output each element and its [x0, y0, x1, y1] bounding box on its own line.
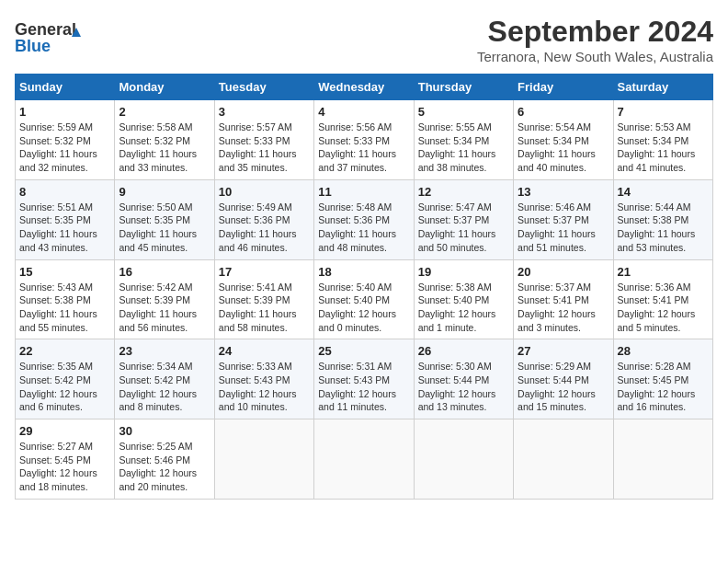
day-info: Sunrise: 5:50 AM Sunset: 5:35 PM Dayligh… — [119, 201, 210, 255]
header-monday: Monday — [115, 75, 214, 100]
day-number: 5 — [418, 105, 509, 119]
calendar-cell: 13 Sunrise: 5:46 AM Sunset: 5:37 PM Dayl… — [514, 179, 613, 259]
header-thursday: Thursday — [414, 75, 513, 100]
day-number: 30 — [119, 424, 210, 438]
calendar-cell: 30 Sunrise: 5:25 AM Sunset: 5:46 PM Dayl… — [115, 419, 214, 500]
day-number: 26 — [418, 344, 509, 358]
calendar-cell: 26 Sunrise: 5:30 AM Sunset: 5:44 PM Dayl… — [414, 339, 513, 419]
day-number: 17 — [219, 265, 310, 279]
calendar-cell — [414, 419, 513, 500]
header-saturday: Saturday — [613, 75, 712, 100]
calendar-cell: 25 Sunrise: 5:31 AM Sunset: 5:43 PM Dayl… — [314, 339, 414, 419]
day-info: Sunrise: 5:58 AM Sunset: 5:32 PM Dayligh… — [119, 121, 210, 175]
calendar-cell: 6 Sunrise: 5:54 AM Sunset: 5:34 PM Dayli… — [514, 100, 613, 180]
day-info: Sunrise: 5:28 AM Sunset: 5:45 PM Dayligh… — [618, 360, 709, 414]
day-info: Sunrise: 5:38 AM Sunset: 5:40 PM Dayligh… — [418, 281, 509, 335]
day-number: 12 — [418, 185, 509, 199]
calendar-cell: 15 Sunrise: 5:43 AM Sunset: 5:38 PM Dayl… — [16, 259, 115, 339]
day-info: Sunrise: 5:43 AM Sunset: 5:38 PM Dayligh… — [19, 281, 110, 335]
calendar-cell: 20 Sunrise: 5:37 AM Sunset: 5:41 PM Dayl… — [514, 259, 613, 339]
calendar-cell: 22 Sunrise: 5:35 AM Sunset: 5:42 PM Dayl… — [16, 339, 115, 419]
day-number: 16 — [119, 265, 210, 279]
day-info: Sunrise: 5:56 AM Sunset: 5:33 PM Dayligh… — [318, 121, 409, 175]
logo: General Blue — [15, 15, 97, 64]
calendar-cell — [314, 419, 414, 500]
day-number: 9 — [119, 185, 210, 199]
calendar-cell: 9 Sunrise: 5:50 AM Sunset: 5:35 PM Dayli… — [115, 179, 214, 259]
calendar-week-row: 29 Sunrise: 5:27 AM Sunset: 5:45 PM Dayl… — [16, 419, 713, 500]
calendar-cell: 19 Sunrise: 5:38 AM Sunset: 5:40 PM Dayl… — [414, 259, 513, 339]
header-wednesday: Wednesday — [314, 75, 414, 100]
day-number: 25 — [318, 344, 409, 358]
day-number: 6 — [518, 105, 609, 119]
header-sunday: Sunday — [16, 75, 115, 100]
day-number: 22 — [19, 344, 110, 358]
day-info: Sunrise: 5:29 AM Sunset: 5:44 PM Dayligh… — [518, 360, 609, 414]
day-info: Sunrise: 5:34 AM Sunset: 5:42 PM Dayligh… — [119, 360, 210, 414]
day-info: Sunrise: 5:55 AM Sunset: 5:34 PM Dayligh… — [418, 121, 509, 175]
calendar-cell: 29 Sunrise: 5:27 AM Sunset: 5:45 PM Dayl… — [16, 419, 115, 500]
day-number: 1 — [19, 105, 110, 119]
title-block: September 2024 Terranora, New South Wale… — [477, 15, 713, 64]
calendar-cell: 12 Sunrise: 5:47 AM Sunset: 5:37 PM Dayl… — [414, 179, 513, 259]
day-info: Sunrise: 5:27 AM Sunset: 5:45 PM Dayligh… — [19, 440, 110, 494]
day-number: 28 — [618, 344, 709, 358]
svg-text:General: General — [15, 20, 76, 39]
calendar-cell — [613, 419, 712, 500]
day-number: 10 — [219, 185, 310, 199]
calendar-cell: 8 Sunrise: 5:51 AM Sunset: 5:35 PM Dayli… — [16, 179, 115, 259]
day-info: Sunrise: 5:41 AM Sunset: 5:39 PM Dayligh… — [219, 281, 310, 335]
calendar-cell: 7 Sunrise: 5:53 AM Sunset: 5:34 PM Dayli… — [613, 100, 712, 180]
calendar-cell: 5 Sunrise: 5:55 AM Sunset: 5:34 PM Dayli… — [414, 100, 513, 180]
day-number: 2 — [119, 105, 210, 119]
day-info: Sunrise: 5:31 AM Sunset: 5:43 PM Dayligh… — [318, 360, 409, 414]
weekday-header-row: Sunday Monday Tuesday Wednesday Thursday… — [16, 75, 713, 100]
calendar-cell: 23 Sunrise: 5:34 AM Sunset: 5:42 PM Dayl… — [115, 339, 214, 419]
location-title: Terranora, New South Wales, Australia — [477, 49, 713, 64]
day-info: Sunrise: 5:35 AM Sunset: 5:42 PM Dayligh… — [19, 360, 110, 414]
calendar-cell: 2 Sunrise: 5:58 AM Sunset: 5:32 PM Dayli… — [115, 100, 214, 180]
calendar-cell: 24 Sunrise: 5:33 AM Sunset: 5:43 PM Dayl… — [214, 339, 313, 419]
day-number: 27 — [518, 344, 609, 358]
calendar-cell: 27 Sunrise: 5:29 AM Sunset: 5:44 PM Dayl… — [514, 339, 613, 419]
day-number: 4 — [318, 105, 409, 119]
calendar-week-row: 22 Sunrise: 5:35 AM Sunset: 5:42 PM Dayl… — [16, 339, 713, 419]
calendar-week-row: 15 Sunrise: 5:43 AM Sunset: 5:38 PM Dayl… — [16, 259, 713, 339]
day-info: Sunrise: 5:47 AM Sunset: 5:37 PM Dayligh… — [418, 201, 509, 255]
day-number: 13 — [518, 185, 609, 199]
svg-text:Blue: Blue — [15, 37, 51, 55]
day-info: Sunrise: 5:49 AM Sunset: 5:36 PM Dayligh… — [219, 201, 310, 255]
day-number: 11 — [318, 185, 409, 199]
calendar-week-row: 8 Sunrise: 5:51 AM Sunset: 5:35 PM Dayli… — [16, 179, 713, 259]
calendar-cell: 3 Sunrise: 5:57 AM Sunset: 5:33 PM Dayli… — [214, 100, 313, 180]
day-number: 19 — [418, 265, 509, 279]
day-info: Sunrise: 5:46 AM Sunset: 5:37 PM Dayligh… — [518, 201, 609, 255]
calendar-cell: 18 Sunrise: 5:40 AM Sunset: 5:40 PM Dayl… — [314, 259, 414, 339]
day-info: Sunrise: 5:53 AM Sunset: 5:34 PM Dayligh… — [618, 121, 709, 175]
day-info: Sunrise: 5:36 AM Sunset: 5:41 PM Dayligh… — [618, 281, 709, 335]
month-title: September 2024 — [477, 15, 713, 49]
day-number: 8 — [19, 185, 110, 199]
day-info: Sunrise: 5:57 AM Sunset: 5:33 PM Dayligh… — [219, 121, 310, 175]
day-info: Sunrise: 5:48 AM Sunset: 5:36 PM Dayligh… — [318, 201, 409, 255]
day-number: 23 — [119, 344, 210, 358]
calendar-cell: 21 Sunrise: 5:36 AM Sunset: 5:41 PM Dayl… — [613, 259, 712, 339]
day-number: 14 — [618, 185, 709, 199]
calendar-cell: 10 Sunrise: 5:49 AM Sunset: 5:36 PM Dayl… — [214, 179, 313, 259]
day-info: Sunrise: 5:42 AM Sunset: 5:39 PM Dayligh… — [119, 281, 210, 335]
day-number: 15 — [19, 265, 110, 279]
day-info: Sunrise: 5:37 AM Sunset: 5:41 PM Dayligh… — [518, 281, 609, 335]
calendar-week-row: 1 Sunrise: 5:59 AM Sunset: 5:32 PM Dayli… — [16, 100, 713, 180]
day-info: Sunrise: 5:40 AM Sunset: 5:40 PM Dayligh… — [318, 281, 409, 335]
calendar-cell: 28 Sunrise: 5:28 AM Sunset: 5:45 PM Dayl… — [613, 339, 712, 419]
day-info: Sunrise: 5:54 AM Sunset: 5:34 PM Dayligh… — [518, 121, 609, 175]
day-info: Sunrise: 5:33 AM Sunset: 5:43 PM Dayligh… — [219, 360, 310, 414]
calendar-cell: 11 Sunrise: 5:48 AM Sunset: 5:36 PM Dayl… — [314, 179, 414, 259]
day-info: Sunrise: 5:30 AM Sunset: 5:44 PM Dayligh… — [418, 360, 509, 414]
calendar-cell: 16 Sunrise: 5:42 AM Sunset: 5:39 PM Dayl… — [115, 259, 214, 339]
day-number: 21 — [618, 265, 709, 279]
header-friday: Friday — [514, 75, 613, 100]
calendar-cell: 14 Sunrise: 5:44 AM Sunset: 5:38 PM Dayl… — [613, 179, 712, 259]
day-info: Sunrise: 5:59 AM Sunset: 5:32 PM Dayligh… — [19, 121, 110, 175]
day-info: Sunrise: 5:25 AM Sunset: 5:46 PM Dayligh… — [119, 440, 210, 494]
